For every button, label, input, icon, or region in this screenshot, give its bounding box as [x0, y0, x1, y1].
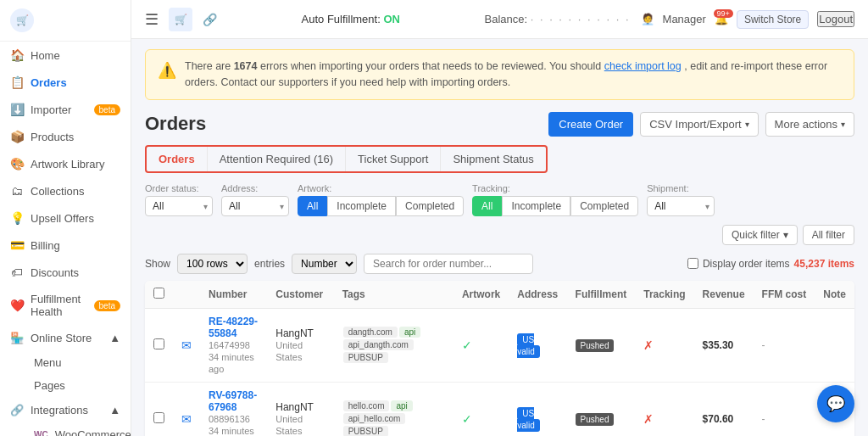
tab-attention-required[interactable]: Attention Required (16) [208, 147, 346, 171]
th-customer: Customer [267, 281, 333, 309]
display-order-items: Display order items 45,237 items [687, 258, 854, 270]
display-order-items-label: Display order items [703, 258, 790, 270]
hamburger-icon[interactable]: ☰ [145, 10, 159, 29]
topbar-logo: 🛒 [169, 8, 192, 31]
tag-pill: hello.com [343, 400, 390, 411]
display-order-items-checkbox[interactable] [687, 258, 698, 269]
woocommerce-icon: WC [34, 430, 48, 436]
order-time: 34 minutes ago [209, 426, 254, 437]
tracking-all-btn[interactable]: All [472, 196, 502, 216]
artwork-filter: Artwork: All Incomplete Completed [298, 183, 464, 216]
row-tracking: ✗ [635, 308, 693, 382]
row-revenue: $35.30 [694, 308, 754, 382]
row-select-checkbox[interactable] [153, 412, 164, 423]
sidebar-item-collections[interactable]: 🗂 Collections [0, 177, 131, 204]
artwork-btn-group: All Incomplete Completed [298, 196, 464, 216]
order-status-select-wrap: All [145, 196, 213, 216]
address-badge: US valid [517, 333, 540, 358]
autofulfill-label: Auto Fulfillment: ON [227, 13, 474, 25]
manager-button[interactable]: Manager [663, 13, 706, 25]
artwork-icon: 🎨 [10, 157, 24, 170]
sidebar-item-menu[interactable]: Menu [24, 351, 131, 374]
shipment-select[interactable]: All [647, 196, 715, 216]
row-select-checkbox[interactable] [153, 338, 164, 349]
show-label: Show [145, 258, 170, 270]
sidebar-item-products[interactable]: 📦 Products [0, 123, 131, 150]
sidebar-item-orders[interactable]: 📋 Orders [0, 69, 131, 96]
sidebar-item-billing[interactable]: 💳 Billing [0, 232, 131, 259]
logo-icon: 🛒 [10, 8, 34, 32]
sidebar-label-woocommerce: WooCommerce [55, 428, 131, 436]
th-revenue: Revenue [694, 281, 754, 309]
create-order-button[interactable]: Create Order [548, 112, 633, 137]
search-input[interactable] [364, 254, 533, 274]
autofulfill-status: ON [383, 13, 400, 25]
tag-pill: dangth.com [343, 327, 398, 338]
artwork-incomplete-btn[interactable]: Incomplete [327, 196, 396, 216]
table-row: ✉ RE-48229-55884 16474998 34 minutes ago… [145, 308, 854, 382]
more-actions-button[interactable]: More actions ▾ [765, 112, 854, 137]
entries-label: entries [254, 258, 285, 270]
quick-filter-caret: ▾ [783, 229, 788, 241]
sidebar-integrations-sub: WC WooCommerce 🛍 Google Shopping eB eBay… [0, 423, 131, 436]
switch-store-button[interactable]: Switch Store [737, 10, 809, 29]
th-checkbox [145, 281, 173, 309]
table-row: ✉ RV-69788-67968 08896136 34 minutes ago… [145, 382, 854, 436]
importer-badge: beta [94, 104, 120, 115]
customer-country: United States [275, 414, 303, 436]
artwork-completed-btn[interactable]: Completed [396, 196, 464, 216]
sidebar-item-online-store[interactable]: 🏪 Online Store ▲ [0, 325, 131, 351]
logout-button[interactable]: Logout [817, 11, 854, 27]
notification-bell[interactable]: 🔔 99+ [715, 13, 728, 25]
row-artwork: ✓ [453, 382, 509, 436]
tracking-incomplete-btn[interactable]: Incomplete [502, 196, 570, 216]
alert-text-2: errors when importing your orders that n… [260, 60, 604, 72]
sidebar-item-upsell-offers[interactable]: 💡 Upsell Offers [0, 204, 131, 232]
alert-banner: ⚠️ There are 1674 errors when importing … [145, 49, 854, 100]
sidebar-item-woocommerce[interactable]: WC WooCommerce [24, 423, 131, 436]
tab-shipment-status[interactable]: Shipment Status [441, 147, 545, 171]
shipment-filter: Shipment: All [647, 183, 715, 216]
sidebar-item-importer[interactable]: ⬇️ Importer beta [0, 96, 131, 123]
row-artwork: ✓ [453, 308, 509, 382]
order-id[interactable]: RV-69788-67968 [209, 389, 257, 413]
csv-import-export-button[interactable]: CSV Import/Export ▾ [640, 112, 758, 137]
sidebar-item-fulfillment-health[interactable]: ❤️ Fulfillment Health beta [0, 286, 131, 325]
tracking-completed-btn[interactable]: Completed [570, 196, 638, 216]
tab-ticket-support[interactable]: Ticket Support [346, 147, 441, 171]
billing-icon: 💳 [10, 238, 24, 252]
topbar-link-icon[interactable]: 🔗 [203, 13, 217, 26]
order-id[interactable]: RE-48229-55884 [209, 316, 258, 339]
number-select[interactable]: Number [292, 254, 357, 274]
sidebar-item-integrations[interactable]: 🔗 Integrations ▲ [0, 397, 131, 423]
more-actions-label: More actions [775, 118, 837, 131]
sidebar-logo: 🛒 [0, 0, 131, 42]
row-tags: dangth.comapiapi_dangth.comPUBSUP [334, 308, 453, 382]
collections-icon: 🗂 [10, 184, 24, 198]
address-select[interactable]: All [221, 196, 289, 216]
sidebar-item-artwork-library[interactable]: 🎨 Artwork Library [0, 150, 131, 177]
row-ffm-cost: - [754, 382, 815, 436]
row-address: US valid [509, 382, 566, 436]
orders-icon: 📋 [10, 75, 24, 89]
sidebar-item-discounts[interactable]: 🏷 Discounts [0, 259, 131, 286]
tab-orders[interactable]: Orders [147, 147, 208, 171]
sidebar-label-collections: Collections [31, 185, 85, 198]
row-ffm-cost: - [754, 308, 815, 382]
order-sub-id: 08896136 [209, 414, 250, 424]
select-all-checkbox[interactable] [153, 288, 164, 299]
rows-select[interactable]: 100 rows [177, 254, 248, 274]
order-status-select[interactable]: All [145, 196, 213, 216]
artwork-all-btn[interactable]: All [298, 196, 327, 216]
alert-text-1: There are [185, 60, 234, 72]
all-filter-button[interactable]: All filter [803, 225, 854, 245]
th-address: Address [509, 281, 566, 309]
tag-pill: api [399, 327, 420, 338]
quick-filter-button[interactable]: Quick filter ▾ [722, 225, 798, 245]
main-area: ☰ 🛒 🔗 Auto Fulfillment: ON Balance: · · … [131, 0, 868, 436]
import-log-link[interactable]: check import log [604, 60, 682, 72]
row-mail-icon: ✉ [173, 382, 200, 436]
chat-bubble[interactable]: 💬 [817, 385, 854, 422]
sidebar-item-home[interactable]: 🏠 Home [0, 42, 131, 69]
sidebar-item-pages[interactable]: Pages [24, 374, 131, 397]
